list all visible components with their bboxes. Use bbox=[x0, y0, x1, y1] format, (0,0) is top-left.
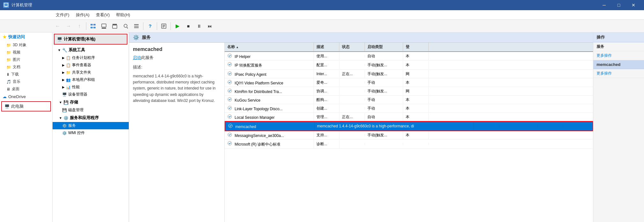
wmi-icon: ⚙️ bbox=[62, 131, 67, 135]
folder-desktop[interactable]: 🖥 桌面 bbox=[0, 85, 52, 93]
service-row-8[interactable]: memcached memcached 1.4.4-14-g9c660c0 is… bbox=[225, 121, 593, 131]
menu-help[interactable]: 帮助(H) bbox=[113, 11, 133, 19]
folder-documents-label: 文档 bbox=[13, 64, 20, 70]
help-button[interactable]: ? bbox=[145, 21, 155, 31]
tree-wmi[interactable]: ⚙️ WMI 控件 bbox=[53, 129, 129, 137]
service-row-2[interactable]: IPsec Policy Agent Inter... 正在... 手动(触发.… bbox=[225, 70, 593, 78]
tree-local-users[interactable]: ▶ 👥 本地用户和组 bbox=[53, 76, 129, 83]
service-desc-7: 管理... bbox=[314, 113, 339, 121]
folder-music[interactable]: 🎵 音乐 bbox=[0, 78, 52, 85]
service-row-1[interactable]: IP 转换配置服务 配置... 手动(触发... 本 bbox=[225, 61, 593, 70]
service-desc-0: 使用... bbox=[314, 52, 339, 60]
tree-services[interactable]: ⚙️ 服务 bbox=[53, 122, 129, 129]
event-viewer-icon: 📋 bbox=[66, 63, 71, 68]
sort-icon: ▲ bbox=[236, 46, 239, 49]
maximize-button[interactable]: □ bbox=[611, 0, 626, 10]
col-header-status[interactable]: 状态 bbox=[339, 43, 365, 51]
tree-task-scheduler[interactable]: ▶ 📋 任务计划程序 bbox=[53, 54, 129, 61]
move-up-button[interactable] bbox=[99, 21, 109, 31]
folder-video[interactable]: 📁 视频 bbox=[0, 49, 52, 56]
service-desc-2: Inter... bbox=[314, 70, 339, 77]
service-row-5[interactable]: KuGou Service 酷狗... 手动 本 bbox=[225, 96, 593, 104]
tree-device-manager[interactable]: 🖥️ 设备管理器 bbox=[53, 91, 129, 98]
service-icon-0 bbox=[227, 53, 232, 58]
svg-rect-0 bbox=[4, 3, 8, 6]
service-icon-7 bbox=[227, 114, 232, 119]
service-startup-1: 手动(触发... bbox=[365, 61, 403, 69]
service-row-4[interactable]: KtmRm for Distributed Tra... 协调... 手动(触发… bbox=[225, 87, 593, 96]
tree-performance[interactable]: ▶ 📊 性能 bbox=[53, 83, 129, 91]
title-bar-title: 计算机管理 bbox=[11, 2, 597, 8]
up-button[interactable]: ↑ bbox=[74, 21, 84, 31]
service-row-6[interactable]: Link-Layer Topology Disco... 创建... 手动 本 bbox=[225, 104, 593, 113]
col-header-logon[interactable]: 登 bbox=[403, 43, 429, 51]
folder-pictures-label: 图片 bbox=[13, 57, 20, 62]
menu-view[interactable]: 查看(V) bbox=[93, 11, 113, 19]
service-row-0[interactable]: IP Helper 使用... 自动 本 bbox=[225, 52, 593, 61]
actions-panel: 操作 服务 更多操作 memcached 更多操作 bbox=[593, 32, 644, 222]
menu-bar: 文件(F) 操作(A) 查看(V) 帮助(H) bbox=[0, 10, 644, 20]
service-desc-4: 协调... bbox=[314, 87, 339, 95]
service-desc-10: 诊断... bbox=[314, 140, 339, 148]
services-panel: 名称 ▲ 描述 状态 启动类型 登 bbox=[225, 43, 593, 222]
service-icon-4 bbox=[227, 88, 232, 93]
tree-system-tools[interactable]: ▼ 🔧 系统工具 bbox=[53, 46, 129, 54]
device-manager-label: 设备管理器 bbox=[68, 92, 87, 97]
menu-file[interactable]: 文件(F) bbox=[53, 11, 73, 19]
chevron-right-icon: ▶ bbox=[62, 56, 65, 60]
service-row-9[interactable]: MessagingService_ae300a... 支持... 手动(触发..… bbox=[225, 131, 593, 140]
forward-button[interactable]: → bbox=[63, 21, 74, 31]
service-row-10[interactable]: Microsoft (R) 诊断中心标准 诊断... bbox=[225, 140, 593, 149]
description-label: 描述: bbox=[133, 64, 221, 70]
service-logon-8 bbox=[538, 125, 563, 127]
task-scheduler-icon: 📋 bbox=[66, 56, 71, 60]
folder-downloads-icon: ⬇ bbox=[6, 72, 10, 77]
col-header-name[interactable]: 名称 ▲ bbox=[225, 43, 314, 51]
chevron-right-icon-4: ▶ bbox=[62, 78, 65, 82]
tree-disk-management[interactable]: 💾 磁盘管理 bbox=[53, 106, 129, 114]
action-more-ops-sub[interactable]: 更多操作 bbox=[593, 69, 644, 78]
tree-storage[interactable]: ▼ 💾 存储 bbox=[53, 98, 129, 106]
service-status-7: 正在... bbox=[339, 113, 365, 121]
col-status-label: 状态 bbox=[342, 45, 350, 49]
col-header-startup[interactable]: 启动类型 bbox=[365, 43, 403, 51]
service-row-3[interactable]: IQIYI Video Platform Service 爱奇... 手动 本 bbox=[225, 78, 593, 87]
service-row-7[interactable]: Local Session Manager 管理... 正在... 自动 本 bbox=[225, 113, 593, 121]
show-tree-button[interactable] bbox=[88, 21, 98, 31]
close-button[interactable]: ✕ bbox=[626, 0, 641, 10]
tree-root[interactable]: 🖥️ 计算机管理(本地) bbox=[54, 34, 127, 45]
stop-service-button[interactable]: ■ bbox=[183, 21, 193, 31]
start-service-button[interactable]: ▶ bbox=[172, 21, 183, 31]
folder-3d[interactable]: 📁 3D 对象 bbox=[0, 41, 52, 49]
col-header-desc[interactable]: 描述 bbox=[314, 43, 339, 51]
content-header-title: 服务 bbox=[142, 35, 151, 40]
content-split: memcached 启动此服务 描述: memcached 1.4.4-14-g… bbox=[129, 43, 593, 222]
content-header: ⚙️ 服务 bbox=[129, 32, 593, 43]
back-button[interactable]: ← bbox=[53, 21, 63, 31]
folder-3d-icon: 📁 bbox=[6, 43, 11, 47]
onedrive-item[interactable]: ☁ OneDrive bbox=[0, 93, 52, 101]
folder-documents[interactable]: 📁 文档 bbox=[0, 63, 52, 71]
start-service-link[interactable]: 启动此服务 bbox=[133, 55, 221, 61]
svg-rect-3 bbox=[90, 24, 93, 25]
folder-pictures[interactable]: 📁 图片 bbox=[0, 56, 52, 63]
toggle-actions-button[interactable] bbox=[131, 21, 141, 31]
left-sidebar: ★ 快速访问 📁 3D 对象 📁 视频 📁 图片 📁 文档 ⬇ 下载 🎵 音乐 … bbox=[0, 32, 53, 222]
pause-service-button[interactable]: ⏸ bbox=[194, 21, 204, 31]
svg-rect-9 bbox=[112, 25, 117, 28]
star-icon: ★ bbox=[3, 34, 7, 39]
menu-action[interactable]: 操作(A) bbox=[73, 11, 93, 19]
action-more-ops-main[interactable]: 更多操作 bbox=[593, 51, 644, 60]
tree-event-viewer[interactable]: ▶ 📋 事件查看器 bbox=[53, 61, 129, 69]
resume-service-button[interactable]: ⏭ bbox=[205, 21, 215, 31]
view-object-button[interactable] bbox=[120, 21, 131, 31]
properties-button[interactable] bbox=[159, 21, 169, 31]
folder-downloads[interactable]: ⬇ 下载 bbox=[0, 71, 52, 78]
tree-services-apps[interactable]: ▼ ⚙️ 服务和应用程序 bbox=[53, 114, 129, 122]
move-down-button[interactable] bbox=[110, 21, 120, 31]
mmc-content: ⚙️ 服务 memcached 启动此服务 描述: memcached 1.4.… bbox=[129, 32, 593, 222]
onedrive-icon: ☁ bbox=[3, 94, 7, 99]
thispc-item[interactable]: 🖥️ 此电脑 bbox=[1, 101, 51, 111]
tree-shared-folders[interactable]: ▶ 📁 共享文件夹 bbox=[53, 69, 129, 76]
minimize-button[interactable]: ─ bbox=[597, 0, 611, 10]
